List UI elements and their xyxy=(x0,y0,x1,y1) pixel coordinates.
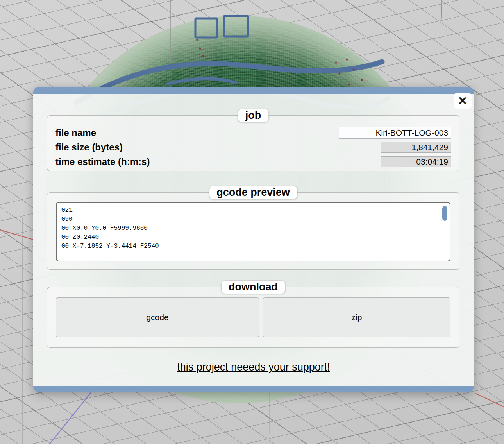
time-estimate-label: time estimate (h:m:s) xyxy=(55,156,381,167)
scrollbar-thumb[interactable] xyxy=(442,206,447,221)
job-rows: file name file size (bytes) time estimat… xyxy=(47,116,459,171)
time-estimate-row: time estimate (h:m:s) xyxy=(55,154,451,169)
close-icon: ✕ xyxy=(458,95,467,107)
file-size-value xyxy=(381,142,451,153)
job-panel-title: job xyxy=(238,109,269,122)
gcode-preview-box[interactable]: G21 G90 G0 X0.0 Y0.0 F5999.9880 G0 Z0.24… xyxy=(56,202,450,261)
support-link[interactable]: this project neeeds your support! xyxy=(33,361,474,373)
file-name-label: file name xyxy=(55,127,339,138)
download-gcode-button[interactable]: gcode xyxy=(56,297,259,337)
download-zip-button[interactable]: zip xyxy=(263,297,450,337)
file-name-row: file name xyxy=(55,125,451,140)
file-size-row: file size (bytes) xyxy=(55,140,451,154)
download-panel: download gcode zip xyxy=(47,287,459,348)
file-size-label: file size (bytes) xyxy=(55,142,381,153)
job-panel: job file name file size (bytes) time est… xyxy=(47,115,459,171)
export-dialog: ✕ job file name file size (bytes) time e… xyxy=(33,87,474,392)
dialog-top-bar xyxy=(33,87,474,94)
file-name-input[interactable] xyxy=(339,127,451,139)
close-button[interactable]: ✕ xyxy=(454,93,472,109)
dialog-bottom-bar xyxy=(33,386,474,392)
time-estimate-value xyxy=(381,156,451,167)
gcode-preview-panel: gcode preview G21 G90 G0 X0.0 Y0.0 F5999… xyxy=(47,192,459,270)
download-buttons: gcode zip xyxy=(56,297,450,337)
download-panel-title: download xyxy=(221,280,285,294)
gcode-preview-title: gcode preview xyxy=(209,186,297,199)
gcode-text: G21 G90 G0 X0.0 Y0.0 F5999.9880 G0 Z0.24… xyxy=(61,206,445,251)
workspace-3d-view: ✕ job file name file size (bytes) time e… xyxy=(0,0,504,444)
